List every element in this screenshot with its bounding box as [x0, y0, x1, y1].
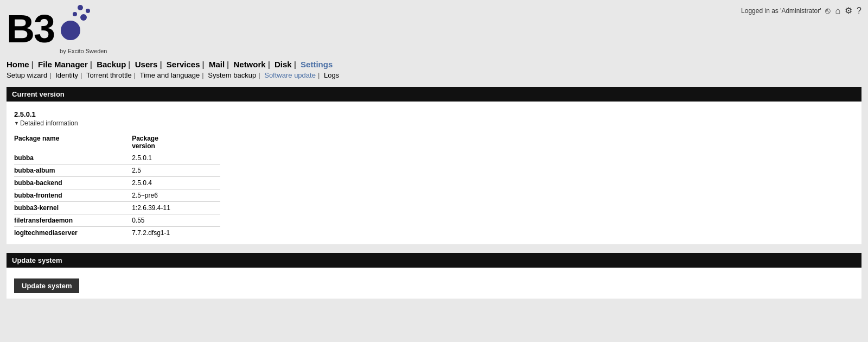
table-row: bubba-backend2.5.0.4	[14, 177, 220, 189]
logged-in-label: Logged in as 'Administrator'	[741, 7, 821, 15]
settings-icon[interactable]: ⚙	[845, 5, 852, 16]
table-row: bubba3-kernel1:2.6.39.4-11	[14, 202, 220, 214]
sep: |	[159, 60, 162, 69]
sep: |	[128, 60, 130, 69]
svg-point-3	[80, 14, 87, 21]
table-row: logitechmediaserver7.7.2.dfsg1-1	[14, 227, 220, 239]
package-version: 2.5.0.4	[132, 177, 220, 189]
subnav-system-backup[interactable]: System backup	[208, 71, 256, 79]
col-header-name: Package name	[14, 132, 132, 152]
content: Current version 2.5.0.1 Detailed informa…	[7, 87, 861, 299]
package-name: bubba3-kernel	[14, 202, 132, 214]
subnav-software-update[interactable]: Software update	[264, 71, 316, 79]
update-system-button[interactable]: Update system	[14, 278, 79, 293]
sep: |	[202, 60, 205, 69]
svg-point-1	[86, 9, 90, 13]
package-version: 0.55	[132, 214, 220, 227]
subnav-identity[interactable]: Identity	[55, 71, 78, 79]
col-header-version: Packageversion	[132, 132, 220, 152]
subnav-setup-wizard[interactable]: Setup wizard	[7, 71, 47, 79]
sep: |	[294, 60, 296, 69]
svg-point-4	[61, 21, 80, 40]
nav-mail[interactable]: Mail	[209, 60, 225, 69]
nav-services[interactable]: Services	[167, 60, 200, 69]
version-number: 2.5.0.1	[14, 107, 854, 119]
top-right-bar: Logged in as 'Administrator' ⎋ ⌂ ⚙ ?	[741, 3, 861, 16]
update-section-body: Update system	[7, 268, 861, 299]
package-version: 2.5.0.1	[132, 152, 220, 164]
package-version: 2.5	[132, 164, 220, 177]
subnav-time-language[interactable]: Time and language	[139, 71, 200, 79]
nav-settings[interactable]: Settings	[301, 60, 333, 69]
current-version-body: 2.5.0.1 Detailed information Package nam…	[7, 102, 861, 244]
subnav-torrent-throttle[interactable]: Torrent throttle	[86, 71, 132, 79]
update-section: Update system Update system	[7, 253, 861, 299]
sep: |	[227, 60, 229, 69]
sep: |	[268, 60, 270, 69]
sep: |	[80, 71, 82, 79]
logout-icon[interactable]: ⎋	[825, 6, 831, 16]
detail-toggle[interactable]: Detailed information	[14, 119, 854, 127]
sep: |	[31, 60, 34, 69]
package-version: 2.5~pre6	[132, 189, 220, 202]
package-name: bubba-frontend	[14, 189, 132, 202]
logo-area: B3 by Excito Sweden	[7, 3, 107, 54]
logo-dots: by Excito Sweden	[60, 3, 107, 54]
nav-backup[interactable]: Backup	[97, 60, 126, 69]
by-excito: by Excito Sweden	[60, 48, 107, 54]
sep: |	[202, 71, 203, 79]
table-row: bubba-frontend2.5~pre6	[14, 189, 220, 202]
help-icon[interactable]: ?	[857, 6, 861, 16]
current-version-section: Current version 2.5.0.1 Detailed informa…	[7, 87, 861, 244]
svg-point-0	[78, 5, 83, 10]
package-version: 1:2.6.39.4-11	[132, 202, 220, 214]
sub-nav: Setup wizard| Identity| Torrent throttle…	[0, 70, 868, 83]
table-row: bubba-album2.5	[14, 164, 220, 177]
update-section-header: Update system	[7, 253, 861, 268]
svg-point-2	[73, 12, 77, 16]
subnav-logs[interactable]: Logs	[324, 71, 339, 79]
sep: |	[134, 71, 136, 79]
logo-text: B3	[7, 9, 54, 48]
sep: |	[258, 71, 260, 79]
home-icon[interactable]: ⌂	[835, 6, 840, 16]
package-name: bubba-album	[14, 164, 132, 177]
sep: |	[49, 71, 51, 79]
current-version-header: Current version	[7, 87, 861, 102]
nav-home[interactable]: Home	[7, 60, 29, 69]
nav-file-manager[interactable]: File Manager	[38, 60, 88, 69]
nav-network[interactable]: Network	[233, 60, 265, 69]
package-name: filetransferdaemon	[14, 214, 132, 227]
table-row: filetransferdaemon0.55	[14, 214, 220, 227]
package-name: bubba-backend	[14, 177, 132, 189]
package-name: logitechmediaserver	[14, 227, 132, 239]
top-bar: B3 by Excito Sweden Logged in as 'Admini…	[0, 0, 868, 58]
main-nav: Home| File Manager| Backup| Users| Servi…	[0, 58, 868, 70]
table-row: bubba2.5.0.1	[14, 152, 220, 164]
package-version: 7.7.2.dfsg1-1	[132, 227, 220, 239]
sep: |	[90, 60, 92, 69]
nav-disk[interactable]: Disk	[275, 60, 292, 69]
package-table: Package name Packageversion bubba2.5.0.1…	[14, 132, 220, 239]
sep: |	[318, 71, 320, 79]
nav-users[interactable]: Users	[135, 60, 158, 69]
package-name: bubba	[14, 152, 132, 164]
